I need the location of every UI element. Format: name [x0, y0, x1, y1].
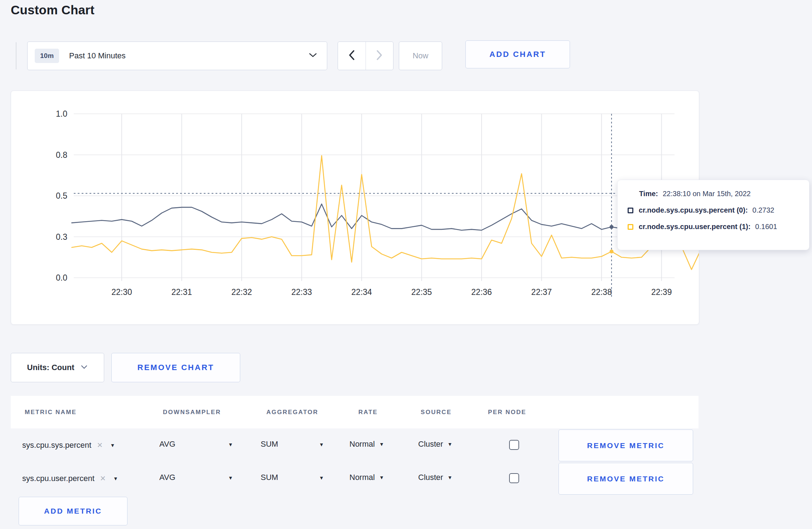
add-metric-button[interactable]: ADD METRIC: [19, 497, 127, 525]
caret-down-icon[interactable]: ▼: [228, 475, 233, 481]
caret-down-icon[interactable]: ▼: [319, 442, 324, 447]
metric-name-dropdown[interactable]: sys.cpu.user.percent × ▼: [22, 473, 118, 484]
y-axis-tick-label: 1.0: [56, 109, 67, 118]
caret-down-icon[interactable]: ▼: [319, 475, 324, 481]
timeseries-chart[interactable]: 0.00.30.50.81.022:3022:3122:3222:3322:34…: [11, 91, 699, 324]
source-value: Cluster: [418, 473, 443, 482]
column-header-source: SOURCE: [421, 396, 452, 428]
source-value: Cluster: [418, 440, 443, 449]
caret-down-icon: ▼: [110, 442, 115, 448]
caret-down-icon: ▼: [113, 476, 118, 481]
metric-name-dropdown[interactable]: sys.cpu.sys.percent × ▼: [22, 440, 115, 451]
y-axis-tick-label: 0.5: [56, 191, 67, 200]
units-label: Units: Count: [27, 363, 74, 372]
caret-down-icon[interactable]: ▼: [228, 442, 233, 447]
y-axis-tick-label: 0.3: [56, 232, 67, 242]
tooltip-series-value: 0.1601: [755, 223, 777, 231]
x-axis-tick-label: 22:37: [531, 287, 552, 297]
metrics-table-header: METRIC NAME DOWNSAMPLER AGGREGATOR RATE …: [11, 396, 699, 428]
chevron-down-icon: [81, 364, 88, 371]
aggregator-dropdown[interactable]: SUM: [261, 440, 278, 449]
x-axis-tick-label: 22:33: [291, 287, 312, 297]
x-axis-tick-label: 22:36: [471, 287, 492, 297]
x-axis-tick-label: 22:35: [411, 287, 432, 297]
time-window-select[interactable]: 10m Past 10 Minutes: [27, 42, 327, 70]
remove-chart-button[interactable]: REMOVE CHART: [111, 353, 240, 382]
units-select[interactable]: Units: Count: [11, 353, 104, 382]
series-line-0: [72, 204, 699, 230]
page-title: Custom Chart: [11, 3, 95, 17]
tooltip-series-value: 0.2732: [753, 206, 774, 214]
hover-point-0: [610, 225, 614, 229]
tooltip-series-name: cr.node.sys.cpu.sys.percent (0):: [639, 206, 748, 214]
toolbar-divider: [16, 42, 16, 69]
remove-metric-button[interactable]: REMOVE METRIC: [559, 429, 693, 461]
rate-value: Normal: [349, 473, 375, 482]
column-header-aggregator: AGGREGATOR: [266, 396, 318, 428]
column-header-metric-name: METRIC NAME: [25, 396, 77, 428]
downsampler-dropdown[interactable]: AVG: [159, 473, 175, 482]
tooltip-series-name: cr.node.sys.cpu.user.percent (1):: [639, 223, 750, 231]
tooltip-time-value: 22:38:10 on Mar 15th, 2022: [663, 190, 751, 198]
chevron-down-icon: [308, 52, 318, 60]
tooltip-time-label: Time:: [639, 190, 658, 198]
x-axis-tick-label: 22:38: [591, 287, 612, 297]
series-swatch-user: [628, 224, 633, 230]
x-axis-tick-label: 22:30: [111, 287, 132, 297]
rate-value: Normal: [349, 440, 375, 449]
chart-tooltip: Time: 22:38:10 on Mar 15th, 2022 cr.node…: [617, 180, 809, 250]
x-axis-tick-label: 22:34: [351, 287, 372, 297]
column-header-per-node: PER NODE: [488, 396, 526, 428]
y-axis-tick-label: 0.8: [56, 150, 67, 160]
column-header-downsampler: DOWNSAMPLER: [163, 396, 221, 428]
source-dropdown[interactable]: Cluster ▼: [418, 473, 453, 482]
x-axis-tick-label: 22:39: [651, 287, 672, 297]
downsampler-dropdown[interactable]: AVG: [159, 440, 175, 449]
series-swatch-sys: [628, 208, 633, 213]
chevron-right-icon: [376, 49, 383, 62]
time-window-label: Past 10 Minutes: [69, 51, 126, 60]
per-node-checkbox[interactable]: [509, 440, 519, 450]
time-nav-group: [338, 42, 393, 70]
caret-down-icon: ▼: [379, 441, 384, 447]
per-node-checkbox[interactable]: [509, 473, 519, 483]
remove-metric-name-icon[interactable]: ×: [97, 440, 102, 451]
time-back-button[interactable]: [338, 42, 366, 70]
time-forward-button[interactable]: [366, 42, 393, 70]
remove-metric-button[interactable]: REMOVE METRIC: [559, 463, 693, 495]
remove-metric-name-icon[interactable]: ×: [100, 473, 106, 484]
chevron-left-icon: [348, 49, 356, 62]
caret-down-icon: ▼: [448, 475, 453, 480]
y-axis-tick-label: 0.0: [56, 273, 67, 282]
x-axis-tick-label: 22:31: [171, 287, 192, 297]
x-axis-tick-label: 22:32: [231, 287, 252, 297]
caret-down-icon: ▼: [379, 475, 384, 480]
time-window-badge: 10m: [35, 49, 59, 63]
rate-dropdown[interactable]: Normal ▼: [349, 440, 384, 449]
source-dropdown[interactable]: Cluster ▼: [418, 440, 453, 449]
metric-name-value: sys.cpu.user.percent: [22, 474, 95, 483]
series-line-1: [72, 156, 699, 270]
rate-dropdown[interactable]: Normal ▼: [349, 473, 384, 482]
add-chart-button[interactable]: ADD CHART: [465, 40, 570, 68]
now-button[interactable]: Now: [399, 42, 442, 70]
caret-down-icon: ▼: [448, 441, 453, 447]
metric-name-value: sys.cpu.sys.percent: [22, 441, 91, 450]
chart-card: 0.00.30.50.81.022:3022:3122:3222:3322:34…: [11, 91, 699, 325]
column-header-rate: RATE: [358, 396, 378, 428]
hover-point-1: [610, 249, 614, 253]
aggregator-dropdown[interactable]: SUM: [261, 473, 278, 482]
